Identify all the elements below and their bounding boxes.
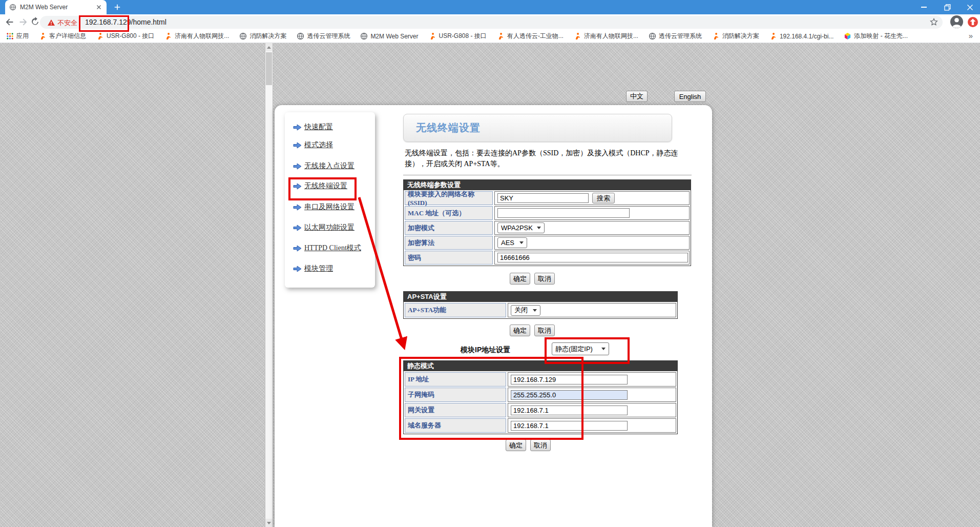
ssid-input[interactable] — [497, 193, 589, 203]
globe-icon — [297, 32, 304, 40]
close-window-button[interactable] — [960, 0, 980, 14]
encryption-mode-select[interactable]: WPA2PSK — [497, 222, 545, 233]
sidebar-item-mode-select[interactable]: 模式选择 — [293, 140, 333, 150]
reload-icon[interactable] — [30, 16, 40, 27]
chevron-down-icon — [601, 348, 606, 350]
menu-arrow-icon — [293, 225, 302, 231]
sidebar-item-httpd-client[interactable]: HTTPD Client模式 — [293, 243, 361, 253]
person-icon — [574, 32, 581, 40]
apsta-function-select[interactable]: 关闭 — [511, 305, 540, 316]
scrollbar-up-arrow[interactable] — [265, 43, 273, 51]
bookmark-item[interactable]: 透传云管理系统 — [297, 32, 350, 40]
extension-update-icon[interactable] — [967, 16, 978, 28]
bookmark-item[interactable]: 有人透传云-工业物... — [497, 32, 564, 40]
person-icon — [39, 32, 47, 40]
dns-input[interactable] — [511, 421, 628, 431]
bookmarks-overflow-chevron[interactable]: » — [969, 31, 973, 40]
ip-mode-label: 模块IP地址设置 — [461, 346, 510, 355]
bookmark-item[interactable]: USR-G808 - 接口 — [429, 32, 487, 40]
person-icon — [769, 32, 777, 40]
password-input[interactable] — [497, 253, 688, 262]
bookmark-item[interactable]: 透传云管理系统 — [649, 32, 702, 40]
globe-icon — [649, 32, 656, 40]
new-tab-button[interactable] — [114, 4, 121, 11]
search-button[interactable]: 搜索 — [592, 193, 615, 204]
encryption-algorithm-select[interactable]: AES — [497, 237, 527, 248]
profile-avatar[interactable] — [950, 15, 964, 29]
subnet-mask-input[interactable] — [511, 390, 628, 400]
tab-close-icon[interactable] — [95, 4, 102, 11]
mac-input[interactable] — [497, 208, 630, 218]
scrollbar-thumb[interactable] — [266, 52, 272, 85]
cube-icon — [844, 32, 851, 40]
bookmark-item[interactable]: 添加映射 - 花生壳... — [844, 32, 908, 40]
bookmark-item[interactable]: USR-G800 - 接口 — [96, 32, 154, 40]
chevron-down-icon — [537, 227, 541, 229]
divider — [403, 175, 692, 175]
table-row: 域名服务器 — [405, 418, 676, 433]
chevron-down-icon — [519, 241, 524, 244]
tab-favicon-globe-icon — [9, 4, 16, 11]
cancel-button[interactable]: 取消 — [534, 273, 555, 285]
wireless-params-table: 无线终端参数设置 模块要接入的网络名称(SSID) 搜索 MAC 地址（可选） … — [403, 179, 691, 266]
table-row: MAC 地址（可选） — [405, 206, 690, 220]
ip-address-input[interactable] — [511, 375, 628, 384]
minimize-button[interactable] — [913, 0, 934, 14]
page-title: 无线终端设置 — [416, 121, 481, 135]
sidebar-item-ap-settings[interactable]: 无线接入点设置 — [293, 161, 355, 171]
apsta-header: AP+STA设置 — [404, 292, 677, 302]
ok-button[interactable]: 确定 — [510, 273, 530, 285]
address-bar[interactable]: 不安全 192.168.7.129/home.html — [40, 16, 943, 29]
browser-toolbar: 不安全 192.168.7.129/home.html — [0, 14, 980, 30]
ok-button[interactable]: 确定 — [506, 439, 526, 451]
sidebar-item-sta-settings[interactable]: 无线终端设置 — [293, 181, 347, 191]
sidebar-item-module-management[interactable]: 模块管理 — [293, 264, 333, 274]
restore-button[interactable] — [937, 0, 957, 14]
scrollbar-down-arrow[interactable] — [265, 519, 273, 527]
gateway-input[interactable] — [511, 406, 628, 415]
apps-grid-icon — [6, 32, 14, 40]
bookmark-item[interactable]: 192.168.4.1/cgi-bi... — [769, 32, 833, 40]
bookmark-item[interactable]: 消防解决方案 — [712, 32, 759, 40]
table-row: 模块要接入的网络名称(SSID) 搜索 — [405, 191, 690, 205]
globe-icon — [239, 32, 247, 40]
table-row: IP 地址 — [405, 372, 676, 387]
bookmark-apps[interactable]: 应用 — [6, 32, 29, 40]
bookmark-star-icon[interactable] — [929, 17, 939, 27]
not-secure-label[interactable]: 不安全 — [57, 18, 77, 28]
menu-arrow-icon — [293, 245, 302, 252]
cancel-button[interactable]: 取消 — [530, 439, 551, 451]
apsta-table: AP+STA设置 AP+STA功能 关闭 — [403, 291, 678, 319]
lang-english-button[interactable]: English — [674, 91, 706, 102]
table-row: 加密算法 AES — [405, 236, 690, 250]
menu-arrow-icon — [293, 204, 302, 211]
url-text[interactable]: 192.168.7.129/home.html — [85, 18, 166, 26]
frame-scrollbar[interactable] — [265, 43, 273, 527]
browser-tab[interactable]: M2M Web Server — [5, 0, 107, 14]
ok-button[interactable]: 确定 — [510, 325, 530, 336]
title-bar: M2M Web Server — [0, 0, 980, 14]
lang-chinese-button[interactable]: 中文 — [626, 91, 648, 102]
bookmark-item[interactable]: 消防解决方案 — [239, 32, 286, 40]
bookmark-item[interactable]: 济南有人物联网技... — [164, 32, 229, 40]
bookmark-item[interactable]: M2M Web Server — [360, 32, 418, 40]
back-icon[interactable] — [4, 16, 15, 28]
forward-icon[interactable] — [17, 16, 29, 28]
bookmarks-bar: 应用 客户详细信息 USR-G800 - 接口 济南有人物联网技... 消防解决… — [0, 30, 980, 43]
sidebar-item-quick-config[interactable]: 快速配置 — [293, 122, 333, 132]
bookmark-item[interactable]: 济南有人物联网技... — [574, 32, 638, 40]
globe-icon — [360, 32, 368, 40]
cancel-button[interactable]: 取消 — [534, 325, 555, 336]
sidebar-item-ethernet[interactable]: 以太网功能设置 — [293, 222, 355, 233]
menu-arrow-icon — [293, 163, 302, 170]
table-row: 加密模式 WPA2PSK — [405, 221, 690, 235]
not-secure-warning-icon — [47, 19, 55, 26]
sidebar-item-serial-network[interactable]: 串口及网络设置 — [293, 202, 355, 212]
static-mode-header: 静态模式 — [404, 361, 677, 371]
tab-title: M2M Web Server — [20, 4, 92, 11]
page-description: 无线终端设置，包括：要去连接的AP参数（SSID，加密）及接入模式（DHCP，静… — [405, 148, 695, 169]
url-path: /home.html — [131, 18, 166, 26]
ip-mode-select[interactable]: 静态(固定IP) — [552, 342, 609, 355]
bookmark-item[interactable]: 客户详细信息 — [39, 32, 86, 40]
person-icon — [164, 32, 172, 40]
